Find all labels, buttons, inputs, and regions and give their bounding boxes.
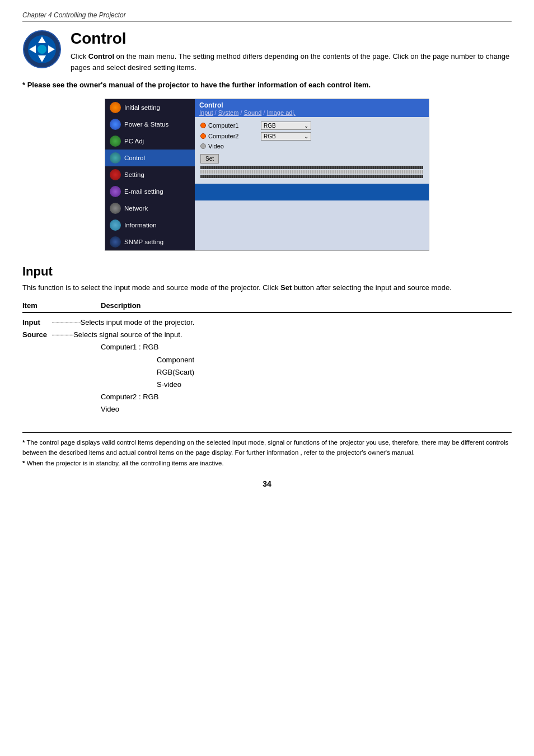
computer1-label: Computer1 — [200, 122, 256, 129]
sidebar-item-label: PC Adj — [124, 138, 144, 144]
sidebar-item-email-setting[interactable]: E-mail setting — [105, 183, 195, 200]
sidebar-item-power-status[interactable]: Power & Status — [105, 116, 195, 133]
input-row-desc: Input............................. Selec… — [22, 316, 512, 329]
sidebar-item-initial-setting[interactable]: Initial setting — [105, 99, 195, 116]
ui-sidebar: Initial setting Power & Status PC Adj Co… — [105, 99, 195, 250]
control-section: Control Click Control on the main menu. … — [22, 30, 512, 73]
svg-point-6 — [38, 45, 46, 54]
sidebar-item-information[interactable]: Information — [105, 217, 195, 234]
information-icon — [110, 220, 121, 231]
chapter-header: Chapter 4 Controlling the Projector — [22, 11, 512, 22]
sidebar-item-control[interactable]: Control — [105, 150, 195, 166]
sidebar-item-network[interactable]: Network — [105, 200, 195, 217]
ui-bands — [200, 166, 423, 178]
sidebar-item-snmp-setting[interactable]: SNMP setting — [105, 234, 195, 250]
ui-main-header: Control Input / System / Sound / Image a… — [195, 99, 429, 117]
footnote-1: * The control page displays valid contro… — [22, 437, 512, 458]
video-label: Video — [200, 143, 256, 150]
computer1-radio[interactable] — [200, 123, 206, 128]
computer2-row: Computer2 RGB ⌄ — [200, 132, 423, 141]
computer1-select[interactable]: RGB ⌄ — [261, 122, 311, 130]
chapter-title: Chapter 4 Controlling the Projector — [22, 11, 126, 19]
control-icon — [22, 30, 62, 69]
initial-setting-icon — [110, 102, 121, 113]
col-item: Item — [22, 301, 67, 310]
rgb-scart-option: RGB(Scart) — [157, 366, 512, 379]
sidebar-item-label: Information — [124, 222, 157, 228]
tab-system[interactable]: System — [218, 109, 239, 116]
tab-sound[interactable]: Sound — [244, 109, 262, 116]
page-title: Control — [71, 30, 512, 48]
ui-content-area: Computer1 RGB ⌄ Computer2 RGB ⌄ — [195, 117, 429, 184]
computer2-select[interactable]: RGB ⌄ — [261, 132, 311, 141]
set-button[interactable]: Set — [200, 154, 219, 164]
band-1 — [200, 166, 423, 169]
video-row: Video — [200, 143, 423, 150]
page-number: 34 — [22, 479, 512, 488]
footnote-2: * When the projector is in standby, all … — [22, 458, 512, 468]
input-section-desc: This function is to select the input mod… — [22, 282, 512, 294]
setting-icon — [110, 169, 121, 180]
control-note: * Please see the owner's manual of the p… — [22, 80, 512, 91]
computer2-option-group: Computer2 : RGB — [101, 391, 512, 403]
power-status-icon — [110, 119, 121, 130]
computer2-radio[interactable] — [200, 133, 206, 139]
control-icon-small — [110, 152, 121, 164]
email-setting-icon — [110, 186, 121, 197]
computer1-option-group: Computer1 : RGB — [101, 341, 512, 353]
sidebar-item-label: Setting — [124, 171, 144, 178]
source-key: Source — [22, 329, 51, 341]
sidebar-item-label: Initial setting — [124, 104, 160, 111]
computer1-option-label: Computer1 : RGB — [101, 343, 158, 351]
video-option: Video — [101, 403, 512, 416]
source-options: Computer1 : RGB Component RGB(Scart) S-v… — [101, 341, 512, 416]
control-text: Control Click Control on the main menu. … — [71, 30, 512, 73]
pc-adj-icon — [110, 136, 121, 147]
computer1-row: Computer1 RGB ⌄ — [200, 122, 423, 130]
sidebar-item-label: SNMP setting — [124, 239, 163, 245]
band-3 — [200, 175, 423, 178]
band-2 — [200, 170, 423, 174]
input-section-title: Input — [22, 264, 512, 279]
input-value: Selects input mode of the projector. — [81, 316, 195, 329]
source-value: Selects signal source of the input. — [73, 329, 182, 341]
source-row-desc: Source...................... Selects sig… — [22, 329, 512, 341]
desc-table: Input............................. Selec… — [22, 316, 512, 416]
sidebar-item-setting[interactable]: Setting — [105, 166, 195, 183]
sidebar-item-label: E-mail setting — [124, 188, 163, 195]
computer2-label: Computer2 — [200, 133, 256, 139]
control-description: Click Control on the main menu. The sett… — [71, 51, 512, 73]
ui-main-panel: Control Input / System / Sound / Image a… — [195, 99, 429, 250]
ui-bottom-blue — [195, 184, 429, 200]
set-button-container: Set — [200, 152, 423, 164]
footnote-section: * The control page displays valid contro… — [22, 432, 512, 468]
input-key: Input — [22, 316, 51, 329]
sidebar-item-pc-adj[interactable]: PC Adj — [105, 133, 195, 150]
s-video-option: S-video — [157, 379, 512, 391]
network-icon — [110, 203, 121, 214]
sidebar-item-label: Control — [124, 155, 145, 161]
computer2-option-label: Computer2 : RGB — [101, 393, 158, 401]
table-header: Item Description — [22, 301, 512, 313]
ui-panel-title: Control — [199, 101, 424, 109]
snmp-setting-icon — [110, 236, 121, 248]
sidebar-item-label: Power & Status — [124, 121, 168, 128]
component-option: Component — [157, 354, 512, 366]
ui-tabs: Input / System / Sound / Image adj. — [199, 109, 424, 116]
video-radio[interactable] — [200, 143, 206, 149]
tab-input[interactable]: Input — [199, 109, 213, 116]
ui-screenshot: Initial setting Power & Status PC Adj Co… — [105, 99, 429, 251]
tab-image-adj[interactable]: Image adj. — [267, 109, 296, 116]
sidebar-item-label: Network — [124, 205, 148, 212]
col-description: Description — [101, 301, 141, 310]
